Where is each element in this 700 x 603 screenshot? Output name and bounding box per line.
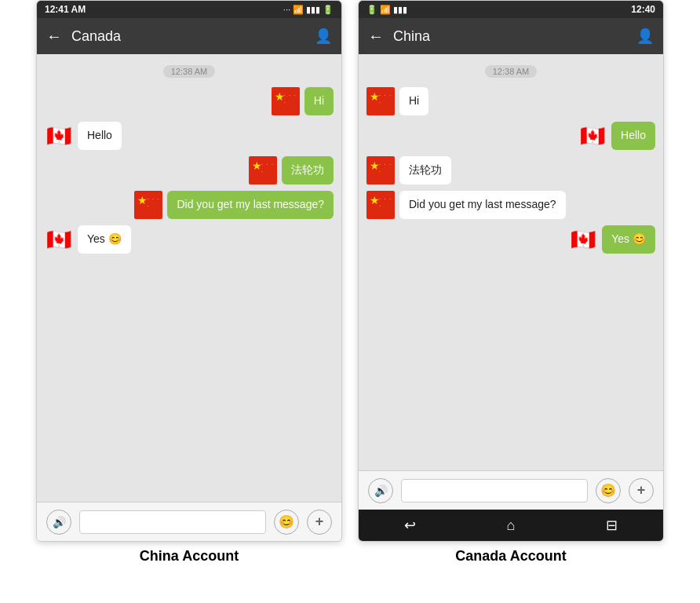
wifi-icon: 📶 <box>293 5 304 15</box>
left-bubble-4: Did you get my last message? <box>167 191 334 219</box>
right-phone-wrapper: 🔋 📶 ▮▮▮ 12:40 ← China 👤 12:38 AM Hi <box>358 0 664 565</box>
left-title: Canada <box>71 28 315 45</box>
nav-back-button[interactable]: ↩ <box>404 517 416 534</box>
left-bottom-bar: 🔊 😊 + <box>37 502 341 541</box>
right-bottom-bar: 🔊 😊 + <box>359 470 663 510</box>
dots-icon: ··· <box>283 5 290 14</box>
left-bubble-1: Hi <box>304 87 334 115</box>
plus-icon: + <box>315 513 324 530</box>
left-bubble-2: Hello <box>78 122 122 150</box>
right-phone: 🔋 📶 ▮▮▮ 12:40 ← China 👤 12:38 AM Hi <box>358 0 664 542</box>
left-phone-wrapper: 12:41 AM ··· 📶 ▮▮▮ 🔋 ← Canada 👤 12:38 AM <box>36 0 342 565</box>
left-msg-5: 🇨🇦 Yes 😊 <box>45 225 334 254</box>
left-flag-5: 🇨🇦 <box>45 225 73 254</box>
right-msg-4: Did you get my last message? <box>366 191 655 219</box>
right-emoji-icon: 😊 <box>600 483 616 498</box>
right-flag-2: 🇨🇦 <box>578 122 607 150</box>
right-bubble-3: 法轮功 <box>399 156 451 185</box>
left-flag-1 <box>272 87 300 115</box>
nav-recent-button[interactable]: ⊟ <box>606 517 618 534</box>
left-plus-button[interactable]: + <box>307 510 332 535</box>
right-msg-2: Hello 🇨🇦 <box>366 122 655 150</box>
left-flag-4 <box>134 191 162 219</box>
left-msg-4: Did you get my last message? <box>45 191 334 219</box>
left-status-icons: ··· 📶 ▮▮▮ 🔋 <box>283 5 334 15</box>
left-msg-2: 🇨🇦 Hello <box>45 122 334 150</box>
left-msg-3: 法轮功 <box>45 156 334 185</box>
right-text-input[interactable] <box>401 479 588 502</box>
right-voice-button[interactable]: 🔊 <box>368 478 393 503</box>
right-status-icons-left: 🔋 📶 ▮▮▮ <box>366 5 407 15</box>
right-title: China <box>393 28 636 45</box>
right-chat-area: 12:38 AM Hi Hello 🇨🇦 法轮功 <box>359 54 663 470</box>
right-wifi-icon: 📶 <box>380 5 391 15</box>
right-caption: Canada Account <box>455 548 566 565</box>
right-signal-icon: ▮▮▮ <box>393 5 407 15</box>
left-caption: China Account <box>140 548 239 565</box>
right-back-button[interactable]: ← <box>368 27 384 46</box>
right-flag-4 <box>366 191 395 219</box>
right-nav-bar: ↩ ⌂ ⊟ <box>359 510 663 541</box>
right-plus-button[interactable]: + <box>629 478 654 503</box>
right-bubble-2: Hello <box>611 122 655 150</box>
right-bubble-5: Yes 😊 <box>602 225 655 254</box>
left-time: 12:41 AM <box>45 4 86 15</box>
right-emoji-button[interactable]: 😊 <box>596 478 621 503</box>
right-flag-1 <box>366 87 395 115</box>
left-profile-icon[interactable]: 👤 <box>315 27 332 45</box>
left-top-bar: ← Canada 👤 <box>37 18 341 54</box>
right-bubble-1: Hi <box>399 87 428 115</box>
right-msg-3: 法轮功 <box>366 156 655 185</box>
right-profile-icon[interactable]: 👤 <box>636 27 654 45</box>
left-flag-2: 🇨🇦 <box>45 122 73 150</box>
phones-container: 12:41 AM ··· 📶 ▮▮▮ 🔋 ← Canada 👤 12:38 AM <box>0 0 700 565</box>
left-bubble-5: Yes 😊 <box>78 225 131 254</box>
left-phone: 12:41 AM ··· 📶 ▮▮▮ 🔋 ← Canada 👤 12:38 AM <box>36 0 342 542</box>
right-plus-icon: + <box>637 482 646 499</box>
left-status-bar: 12:41 AM ··· 📶 ▮▮▮ 🔋 <box>37 1 341 18</box>
right-top-bar: ← China 👤 <box>359 18 663 54</box>
left-voice-button[interactable]: 🔊 <box>46 510 71 535</box>
right-voice-icon: 🔊 <box>374 484 388 497</box>
left-timestamp: 12:38 AM <box>163 65 215 78</box>
left-emoji-button[interactable]: 😊 <box>274 510 299 535</box>
right-status-bar: 🔋 📶 ▮▮▮ 12:40 <box>359 1 663 18</box>
left-flag-3 <box>249 156 277 185</box>
right-flag-5: 🇨🇦 <box>569 225 597 254</box>
left-chat-area: 12:38 AM Hi 🇨🇦 Hello 法轮功 <box>37 54 341 502</box>
signal-icon: ▮▮▮ <box>306 5 320 15</box>
voice-icon: 🔊 <box>53 516 66 528</box>
nav-home-button[interactable]: ⌂ <box>507 517 516 534</box>
right-battery-icon: 🔋 <box>366 5 377 15</box>
right-msg-5: Yes 😊 🇨🇦 <box>366 225 655 254</box>
right-bubble-4: Did you get my last message? <box>399 191 566 219</box>
left-text-input[interactable] <box>79 510 266 534</box>
right-flag-3 <box>366 156 395 185</box>
right-time: 12:40 <box>631 4 655 15</box>
right-msg-1: Hi <box>366 87 655 115</box>
left-back-button[interactable]: ← <box>46 27 62 46</box>
left-msg-1: Hi <box>45 87 334 115</box>
emoji-icon: 😊 <box>279 514 294 529</box>
left-bubble-3: 法轮功 <box>282 156 334 185</box>
battery-icon: 🔋 <box>323 5 334 15</box>
right-timestamp: 12:38 AM <box>485 65 537 78</box>
